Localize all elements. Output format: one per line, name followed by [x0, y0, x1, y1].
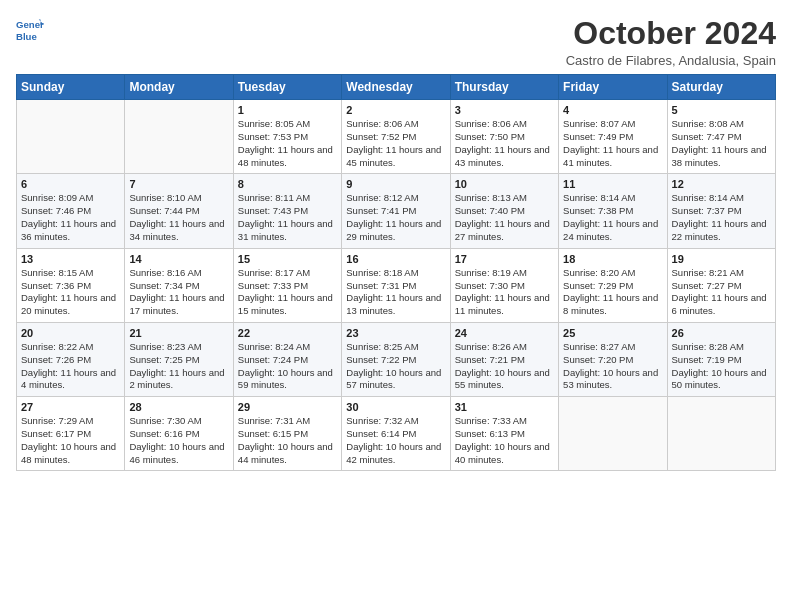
calendar-cell: 19Sunrise: 8:21 AMSunset: 7:27 PMDayligh…	[667, 248, 775, 322]
calendar-week-row: 27Sunrise: 7:29 AMSunset: 6:17 PMDayligh…	[17, 397, 776, 471]
day-info: Sunrise: 8:16 AMSunset: 7:34 PMDaylight:…	[129, 267, 228, 318]
calendar-cell: 20Sunrise: 8:22 AMSunset: 7:26 PMDayligh…	[17, 322, 125, 396]
day-number: 31	[455, 401, 554, 413]
calendar-cell: 12Sunrise: 8:14 AMSunset: 7:37 PMDayligh…	[667, 174, 775, 248]
day-info: Sunrise: 7:33 AMSunset: 6:13 PMDaylight:…	[455, 415, 554, 466]
day-number: 3	[455, 104, 554, 116]
day-number: 12	[672, 178, 771, 190]
calendar-day-header: Thursday	[450, 75, 558, 100]
calendar-cell: 4Sunrise: 8:07 AMSunset: 7:49 PMDaylight…	[559, 100, 667, 174]
day-number: 19	[672, 253, 771, 265]
day-info: Sunrise: 7:29 AMSunset: 6:17 PMDaylight:…	[21, 415, 120, 466]
calendar-header-row: SundayMondayTuesdayWednesdayThursdayFrid…	[17, 75, 776, 100]
day-number: 17	[455, 253, 554, 265]
calendar-cell: 5Sunrise: 8:08 AMSunset: 7:47 PMDaylight…	[667, 100, 775, 174]
day-number: 2	[346, 104, 445, 116]
day-number: 8	[238, 178, 337, 190]
day-info: Sunrise: 8:26 AMSunset: 7:21 PMDaylight:…	[455, 341, 554, 392]
day-info: Sunrise: 7:30 AMSunset: 6:16 PMDaylight:…	[129, 415, 228, 466]
day-info: Sunrise: 8:13 AMSunset: 7:40 PMDaylight:…	[455, 192, 554, 243]
day-info: Sunrise: 8:11 AMSunset: 7:43 PMDaylight:…	[238, 192, 337, 243]
day-number: 7	[129, 178, 228, 190]
day-number: 30	[346, 401, 445, 413]
calendar-cell: 22Sunrise: 8:24 AMSunset: 7:24 PMDayligh…	[233, 322, 341, 396]
day-info: Sunrise: 8:24 AMSunset: 7:24 PMDaylight:…	[238, 341, 337, 392]
calendar-cell: 2Sunrise: 8:06 AMSunset: 7:52 PMDaylight…	[342, 100, 450, 174]
day-number: 25	[563, 327, 662, 339]
calendar-cell	[125, 100, 233, 174]
day-info: Sunrise: 8:15 AMSunset: 7:36 PMDaylight:…	[21, 267, 120, 318]
svg-text:Blue: Blue	[16, 31, 37, 42]
calendar-cell: 16Sunrise: 8:18 AMSunset: 7:31 PMDayligh…	[342, 248, 450, 322]
day-number: 23	[346, 327, 445, 339]
day-number: 29	[238, 401, 337, 413]
day-number: 16	[346, 253, 445, 265]
day-info: Sunrise: 8:05 AMSunset: 7:53 PMDaylight:…	[238, 118, 337, 169]
calendar-week-row: 13Sunrise: 8:15 AMSunset: 7:36 PMDayligh…	[17, 248, 776, 322]
day-number: 15	[238, 253, 337, 265]
day-info: Sunrise: 8:17 AMSunset: 7:33 PMDaylight:…	[238, 267, 337, 318]
calendar-cell: 21Sunrise: 8:23 AMSunset: 7:25 PMDayligh…	[125, 322, 233, 396]
calendar-cell: 30Sunrise: 7:32 AMSunset: 6:14 PMDayligh…	[342, 397, 450, 471]
calendar-cell: 27Sunrise: 7:29 AMSunset: 6:17 PMDayligh…	[17, 397, 125, 471]
day-info: Sunrise: 7:31 AMSunset: 6:15 PMDaylight:…	[238, 415, 337, 466]
page: General Blue October 2024 Castro de Fila…	[0, 0, 792, 612]
calendar-cell	[667, 397, 775, 471]
day-number: 9	[346, 178, 445, 190]
calendar-cell: 15Sunrise: 8:17 AMSunset: 7:33 PMDayligh…	[233, 248, 341, 322]
calendar-cell: 6Sunrise: 8:09 AMSunset: 7:46 PMDaylight…	[17, 174, 125, 248]
calendar-day-header: Friday	[559, 75, 667, 100]
day-number: 18	[563, 253, 662, 265]
title-block: October 2024 Castro de Filabres, Andalus…	[566, 16, 776, 68]
calendar-cell: 23Sunrise: 8:25 AMSunset: 7:22 PMDayligh…	[342, 322, 450, 396]
calendar-cell	[17, 100, 125, 174]
day-number: 6	[21, 178, 120, 190]
calendar-cell: 17Sunrise: 8:19 AMSunset: 7:30 PMDayligh…	[450, 248, 558, 322]
calendar-week-row: 20Sunrise: 8:22 AMSunset: 7:26 PMDayligh…	[17, 322, 776, 396]
calendar-cell: 25Sunrise: 8:27 AMSunset: 7:20 PMDayligh…	[559, 322, 667, 396]
day-number: 5	[672, 104, 771, 116]
day-info: Sunrise: 8:08 AMSunset: 7:47 PMDaylight:…	[672, 118, 771, 169]
calendar-day-header: Saturday	[667, 75, 775, 100]
location-subtitle: Castro de Filabres, Andalusia, Spain	[566, 53, 776, 68]
day-info: Sunrise: 8:19 AMSunset: 7:30 PMDaylight:…	[455, 267, 554, 318]
day-number: 13	[21, 253, 120, 265]
calendar-cell	[559, 397, 667, 471]
day-number: 20	[21, 327, 120, 339]
header: General Blue October 2024 Castro de Fila…	[16, 16, 776, 68]
day-info: Sunrise: 8:07 AMSunset: 7:49 PMDaylight:…	[563, 118, 662, 169]
day-number: 4	[563, 104, 662, 116]
day-number: 28	[129, 401, 228, 413]
calendar-cell: 18Sunrise: 8:20 AMSunset: 7:29 PMDayligh…	[559, 248, 667, 322]
calendar-week-row: 1Sunrise: 8:05 AMSunset: 7:53 PMDaylight…	[17, 100, 776, 174]
day-info: Sunrise: 8:25 AMSunset: 7:22 PMDaylight:…	[346, 341, 445, 392]
svg-text:General: General	[16, 19, 44, 30]
day-info: Sunrise: 8:10 AMSunset: 7:44 PMDaylight:…	[129, 192, 228, 243]
day-number: 10	[455, 178, 554, 190]
day-info: Sunrise: 8:21 AMSunset: 7:27 PMDaylight:…	[672, 267, 771, 318]
day-info: Sunrise: 8:28 AMSunset: 7:19 PMDaylight:…	[672, 341, 771, 392]
day-number: 11	[563, 178, 662, 190]
day-info: Sunrise: 8:14 AMSunset: 7:37 PMDaylight:…	[672, 192, 771, 243]
calendar-cell: 8Sunrise: 8:11 AMSunset: 7:43 PMDaylight…	[233, 174, 341, 248]
day-number: 21	[129, 327, 228, 339]
calendar-cell: 7Sunrise: 8:10 AMSunset: 7:44 PMDaylight…	[125, 174, 233, 248]
calendar-table: SundayMondayTuesdayWednesdayThursdayFrid…	[16, 74, 776, 471]
calendar-day-header: Tuesday	[233, 75, 341, 100]
calendar-cell: 26Sunrise: 8:28 AMSunset: 7:19 PMDayligh…	[667, 322, 775, 396]
day-number: 27	[21, 401, 120, 413]
day-number: 26	[672, 327, 771, 339]
day-info: Sunrise: 8:14 AMSunset: 7:38 PMDaylight:…	[563, 192, 662, 243]
calendar-cell: 14Sunrise: 8:16 AMSunset: 7:34 PMDayligh…	[125, 248, 233, 322]
calendar-cell: 24Sunrise: 8:26 AMSunset: 7:21 PMDayligh…	[450, 322, 558, 396]
day-info: Sunrise: 8:18 AMSunset: 7:31 PMDaylight:…	[346, 267, 445, 318]
day-info: Sunrise: 8:12 AMSunset: 7:41 PMDaylight:…	[346, 192, 445, 243]
calendar-day-header: Monday	[125, 75, 233, 100]
calendar-cell: 13Sunrise: 8:15 AMSunset: 7:36 PMDayligh…	[17, 248, 125, 322]
calendar-day-header: Sunday	[17, 75, 125, 100]
day-number: 22	[238, 327, 337, 339]
day-info: Sunrise: 8:06 AMSunset: 7:52 PMDaylight:…	[346, 118, 445, 169]
calendar-cell: 10Sunrise: 8:13 AMSunset: 7:40 PMDayligh…	[450, 174, 558, 248]
calendar-cell: 11Sunrise: 8:14 AMSunset: 7:38 PMDayligh…	[559, 174, 667, 248]
day-info: Sunrise: 7:32 AMSunset: 6:14 PMDaylight:…	[346, 415, 445, 466]
